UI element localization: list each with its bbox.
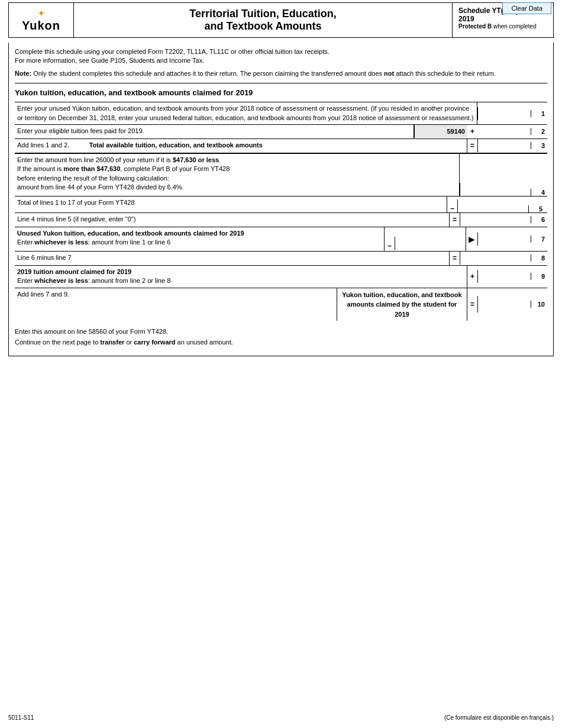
line-3-number: 3 [531,142,547,149]
footer-or: or [126,339,134,346]
line-1-label: Enter your unused Yukon tuition, educati… [15,102,477,124]
line-10-input[interactable] [477,296,531,313]
form-number: 5011-S11 [8,714,34,721]
logo-cell: ✦ Yukon [9,3,74,37]
line-6-input[interactable] [460,213,531,226]
footer-line2-prefix: Continue on the next page to [15,339,100,346]
line-4-row: Enter the amount from line 26000 of your… [15,153,547,196]
protected-suffix: when completed [493,23,537,30]
line-3-input[interactable] [477,139,531,152]
line-10-right-label: Yukon tuition, education, and textbook a… [337,288,467,321]
line-9-row: 2019 tuition amount claimed for 2019 Ent… [15,265,547,288]
intro-text: Complete this schedule using your comple… [15,47,547,66]
line-3-label: Add lines 1 and 2. Total available tuiti… [15,139,467,153]
line-9-input[interactable] [477,270,531,283]
line-8-number: 8 [531,255,547,262]
protected-b-text: Protected B [458,23,492,30]
protected-label: Protected B when completed [458,23,547,30]
line-1-number: 1 [531,110,547,117]
line-7-arrow: ▶ [466,234,477,244]
line-4-number: 4 [531,189,547,196]
page-footer: 5011-S11 (Ce formulaire est disponible e… [8,714,554,721]
line-2-number: 2 [531,128,547,135]
line-9-label: 2019 tuition amount claimed for 2019 Ent… [15,266,467,288]
line-5-number: 5 [528,205,545,212]
clear-data-button[interactable]: Clear Data [502,2,551,14]
line-7-label: Unused Yukon tuition, education, and tex… [15,227,384,251]
line-2-input-area: + 2 [414,125,547,138]
note-not: not [384,70,394,77]
note-body: Only the student completes this schedule… [33,70,384,77]
line-8-label: Line 6 minus line 7 [15,252,449,265]
line-4-input[interactable] [460,183,531,196]
line-10-input-area: = 10 [467,288,547,321]
line-8-right: = 8 [449,252,547,265]
line-4-label: Enter the amount from line 26000 of your… [15,154,459,196]
line-2-label: Enter your eligible tuition fees paid fo… [15,125,414,138]
line-8-row: Line 6 minus line 7 = 8 [15,251,547,265]
footer-carry-forward: carry forward [134,339,175,346]
line-10-label: Add lines 7 and 9. [15,288,337,321]
line-6-row: Line 4 minus line 5 (if negative, enter … [15,212,547,227]
section-heading: Yukon tuition, education, and textbook a… [15,83,547,97]
line-3-row: Add lines 1 and 2. Total available tuiti… [15,138,547,153]
note-text: Note: Only the student completes this sc… [15,69,547,78]
line-7-input[interactable] [477,233,531,246]
line-3-input-area: = 3 [467,139,547,153]
line-2-result-input[interactable] [477,125,531,138]
line-3-operator: = [467,141,477,150]
line-2-operator: + [467,127,477,136]
line-7-right: – [384,227,466,251]
form-title-cell: Territorial Tuition, Education, and Text… [74,3,453,37]
french-text: (Ce formulaire est disponible en françai… [444,714,554,721]
logo-text: Yukon [22,19,60,33]
line-10-number: 10 [531,301,547,308]
footer-suffix: an unused amount. [177,339,233,346]
form-title-line1: Territorial Tuition, Education, [80,8,446,20]
line-6-right: = 6 [449,213,547,227]
schedule-year: 2019 [458,15,547,23]
line-3-bold-label: Total available tuition, education, and … [89,141,263,149]
line-7-arrow-area: ▶ 7 [466,227,547,251]
line-7-mid-input[interactable] [395,237,466,250]
line-5-right: – 5 [447,197,547,212]
line-5-label: Total of lines 1 to 17 of your Form YT42… [15,197,447,212]
line-9-number: 9 [531,273,547,280]
line-7-bold: Unused Yukon tuition, education, and tex… [17,230,244,237]
line-10-row: Add lines 7 and 9. Yukon tuition, educat… [15,288,547,321]
line-7-sub: Enter whichever is less: amount from lin… [17,239,170,246]
line-5-row: Total of lines 1 to 17 of your Form YT42… [15,196,547,212]
line-7-operator: – [385,241,395,250]
line-10-right-line1: Yukon tuition, education, and textbook [341,290,463,300]
footer-line2: Continue on the next page to transfer or… [15,337,547,348]
line-9-operator: + [467,272,477,281]
note-prefix: Note: [15,70,31,77]
line-4-right: 4 [459,154,547,196]
line-9-right: + 9 [467,266,547,288]
line-7-number: 7 [531,236,547,243]
line-6-label: Line 4 minus line 5 (if negative, enter … [15,213,449,227]
line-1-row: Enter your unused Yukon tuition, educati… [15,102,547,124]
line-5-operator: – [447,204,457,212]
footer-transfer: transfer [100,339,124,346]
line-2-input[interactable] [414,125,467,138]
footer-line1: Enter this amount on line 58560 of your … [15,327,547,337]
line-1-input[interactable] [477,107,531,120]
lines-456-section: Enter the amount from line 26000 of your… [15,153,547,321]
line-2-row: Enter your eligible tuition fees paid fo… [15,124,547,138]
main-content: Complete this schedule using your comple… [8,43,554,356]
line-8-operator: = [450,254,460,262]
note-suffix: attach this schedule to their return. [396,70,496,77]
line-8-input[interactable] [460,252,531,265]
line-3-label-start: Add lines 1 and 2. [17,141,69,149]
form-title-line2: and Textbook Amounts [80,20,446,33]
form-header: ✦ Yukon Territorial Tuition, Education, … [8,2,554,38]
footer-instructions: Enter this amount on line 58560 of your … [15,327,547,347]
line-5-input[interactable] [457,199,528,212]
line-7-row: Unused Yukon tuition, education, and tex… [15,227,547,251]
line-1-input-area: 1 [477,102,547,124]
line-6-operator: = [450,215,460,224]
line-9-bold: 2019 tuition amount claimed for 2019 [17,268,131,275]
yukon-sun-icon: ✦ [22,8,60,19]
line-9-sub: Enter whichever is less: amount from lin… [17,277,170,284]
